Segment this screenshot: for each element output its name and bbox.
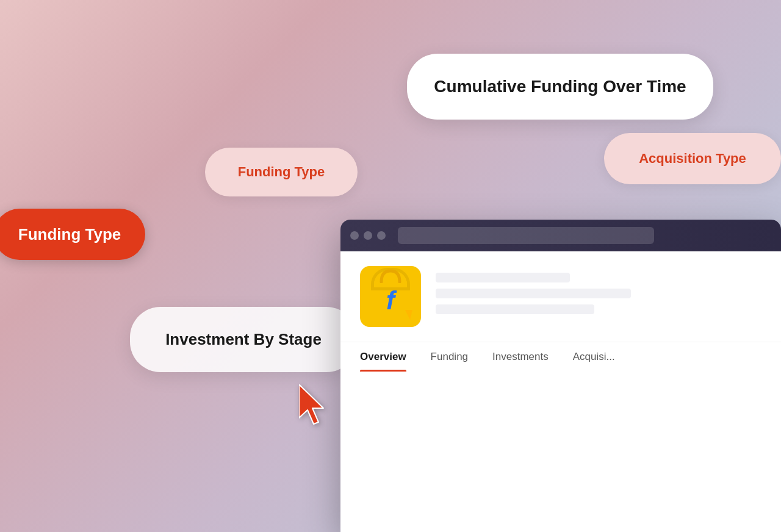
browser-titlebar bbox=[340, 220, 781, 251]
funding-type-red-pill[interactable]: Funding Type bbox=[0, 209, 145, 260]
browser-dot-1 bbox=[350, 231, 359, 240]
acquisition-type-pill[interactable]: Acquisition Type bbox=[604, 133, 781, 184]
info-line-2 bbox=[436, 289, 631, 298]
acquisition-type-label: Acquisition Type bbox=[639, 151, 746, 167]
bag-handle-icon bbox=[375, 268, 406, 283]
funding-type-red-label: Funding Type bbox=[18, 225, 121, 244]
browser-dot-2 bbox=[364, 231, 372, 240]
investment-by-stage-pill[interactable]: Investment By Stage bbox=[130, 307, 357, 372]
funding-type-light-pill[interactable]: Funding Type bbox=[205, 148, 358, 196]
nav-tabs: Overview Funding Investments Acquisi... bbox=[340, 342, 781, 372]
company-logo: f bbox=[360, 266, 421, 327]
cursor-svg bbox=[299, 384, 336, 427]
company-header: f bbox=[340, 251, 781, 337]
funding-type-light-label: Funding Type bbox=[238, 164, 325, 180]
browser-addressbar bbox=[398, 227, 654, 244]
flipkart-lightning-icon bbox=[405, 310, 412, 320]
browser-dot-3 bbox=[377, 231, 386, 240]
info-line-3 bbox=[436, 304, 594, 314]
tab-overview[interactable]: Overview bbox=[360, 342, 406, 372]
info-line-1 bbox=[436, 273, 570, 282]
flipkart-f-letter: f bbox=[386, 288, 395, 314]
browser-window: f Overview Funding Investments Acquisi..… bbox=[340, 220, 781, 532]
tab-investments[interactable]: Investments bbox=[492, 342, 549, 372]
tab-funding[interactable]: Funding bbox=[431, 342, 468, 372]
cumulative-funding-pill[interactable]: Cumulative Funding Over Time bbox=[407, 54, 713, 120]
cumulative-funding-label: Cumulative Funding Over Time bbox=[434, 77, 686, 96]
company-info bbox=[436, 273, 761, 320]
svg-marker-0 bbox=[299, 384, 323, 424]
tab-acquisitions[interactable]: Acquisi... bbox=[573, 342, 615, 372]
browser-body: f Overview Funding Investments Acquisi..… bbox=[340, 251, 781, 532]
investment-by-stage-label: Investment By Stage bbox=[165, 330, 322, 349]
